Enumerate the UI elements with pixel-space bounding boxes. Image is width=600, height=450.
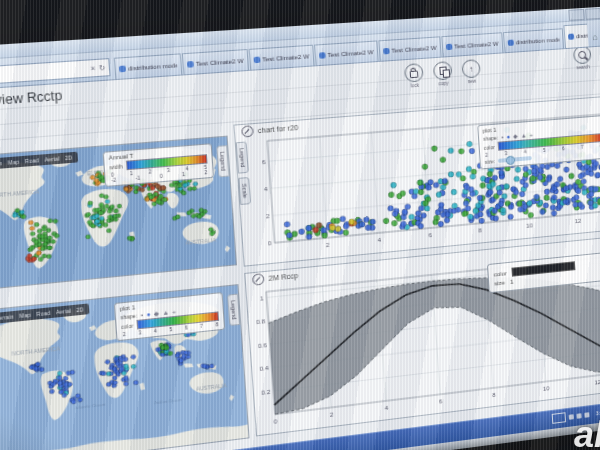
shape-option[interactable]: ▲	[162, 309, 169, 316]
tab-favicon	[568, 34, 574, 40]
no-entry-icon	[241, 125, 254, 137]
size-slider[interactable]	[498, 156, 532, 163]
tab-favicon	[446, 43, 453, 49]
svg-text:6: 6	[439, 397, 443, 404]
svg-text:0: 0	[274, 417, 279, 424]
search-button-label: search	[576, 64, 590, 70]
watermark: al	[574, 414, 600, 450]
stop-icon[interactable]: ×	[90, 64, 95, 72]
copy-button[interactable]: copy	[433, 61, 453, 87]
map-panel-1-cell: awt RCP	[0, 125, 235, 294]
svg-text:0: 0	[267, 239, 272, 246]
browser-tab[interactable]: Test Climate2 Wid...	[378, 36, 441, 61]
browser-tab[interactable]: distribution modeller	[503, 28, 564, 52]
map-style-button[interactable]: Aerial	[56, 307, 71, 315]
window-maximize-button[interactable]	[585, 7, 600, 19]
map-style-button[interactable]: Map	[19, 311, 31, 319]
shape-option[interactable]: +	[172, 308, 176, 315]
shape-option[interactable]: ●	[146, 311, 151, 318]
curve-size-label: size	[494, 279, 505, 286]
browser-tab[interactable]: distribution mode...×	[563, 24, 589, 48]
map-style-button[interactable]: Road	[25, 157, 39, 165]
map-1-legend-row-label: width	[109, 163, 123, 170]
map-panel-2[interactable]: NORTH AMERICAAUSTRALIAAtlantic OceanIndi…	[0, 284, 250, 450]
svg-text:1: 1	[260, 294, 265, 301]
panel-side-tab[interactable]: Legend	[236, 141, 249, 174]
page-toolbar-group-2: search ⌂ home	[573, 45, 600, 71]
map-panel-2-cell: mr Pw NORTH AMERICAAUSTRALIAAtlantic Oce…	[0, 274, 247, 450]
map-style-button[interactable]: 2D	[65, 154, 73, 161]
browser-tab[interactable]: Test Climate2 Wid...	[314, 40, 379, 65]
shape-option[interactable]: ▪	[140, 311, 143, 318]
map-style-button[interactable]: Terrain	[0, 160, 2, 168]
page-area: lock copy ↑ new search ⌂ home ↻ multiv	[0, 45, 600, 450]
panel-side-tab[interactable]: Scale	[238, 177, 251, 205]
lock-button[interactable]: lock	[404, 63, 424, 89]
svg-text:0.6: 0.6	[258, 341, 268, 349]
shape-option[interactable]: ▪	[501, 134, 504, 140]
panel-grid: awt RCP	[0, 92, 600, 450]
color-row-label: color	[121, 322, 134, 330]
scatter-panel: chart for r20 LegendScale ControlsFilter…	[233, 95, 600, 267]
svg-text:8: 8	[492, 391, 496, 398]
shape-option[interactable]: +	[529, 131, 533, 137]
svg-text:6: 6	[262, 158, 267, 165]
svg-text:12: 12	[575, 217, 582, 224]
shape-option[interactable]: ▲	[520, 132, 526, 138]
shape-option[interactable]: ◆	[154, 309, 160, 317]
up-arrow-icon: ↑	[461, 59, 481, 78]
shape-row-label: shape:	[120, 312, 137, 320]
svg-text:2: 2	[266, 212, 271, 219]
tab-favicon	[187, 60, 194, 67]
copy-icon	[439, 66, 447, 75]
tab-favicon	[119, 65, 126, 72]
curve-color-label: color	[493, 270, 506, 277]
svg-text:10: 10	[526, 221, 534, 228]
copy-button-label: copy	[438, 81, 448, 87]
svg-text:6: 6	[428, 231, 432, 238]
svg-text:2: 2	[330, 411, 335, 418]
network-icon[interactable]	[568, 414, 573, 420]
map-style-button[interactable]: Road	[36, 310, 50, 318]
map-1-legend-tab[interactable]: Legend	[216, 145, 229, 178]
scatter-left-tabs: LegendScale	[236, 141, 251, 205]
search-button[interactable]: search	[573, 45, 592, 70]
tab-favicon	[508, 39, 514, 45]
curve-panel: 2M Rccp MethodCurves 0246810120.20.40.60…	[244, 235, 600, 437]
svg-text:12: 12	[594, 378, 600, 385]
new-button-label: new	[468, 79, 477, 85]
ime-indicator[interactable]	[551, 412, 565, 424]
search-icon	[578, 51, 586, 59]
map-style-button[interactable]: Terrain	[0, 313, 14, 321]
no-entry-icon	[252, 273, 265, 286]
browser-tab[interactable]: Test Climate2 Wid...	[249, 45, 315, 70]
scatter-title: chart for r20	[258, 124, 299, 134]
map-panel-1[interactable]: NORTH AMERICAEUROPEAUSTRALIA TerrainMapR…	[0, 136, 237, 293]
tab-favicon	[383, 47, 390, 54]
window-minimize-button[interactable]	[568, 8, 584, 20]
curve-title: 2M Rccp	[268, 272, 298, 282]
svg-text:0.2: 0.2	[261, 387, 271, 395]
tab-favicon	[254, 56, 261, 63]
shape-option[interactable]: ●	[506, 133, 510, 139]
color-row-label: color	[484, 143, 495, 150]
map-2-legend-tab[interactable]: Legend	[227, 294, 240, 327]
map-style-button[interactable]: 2D	[76, 306, 84, 313]
svg-text:0.4: 0.4	[259, 364, 269, 372]
lock-icon	[410, 71, 419, 79]
curve-size-value: 1	[510, 279, 514, 285]
svg-text:2: 2	[326, 241, 331, 248]
shape-row-label: shape:	[483, 134, 499, 141]
svg-text:0.8: 0.8	[256, 317, 266, 325]
svg-text:4: 4	[264, 185, 269, 192]
new-button[interactable]: ↑ new	[461, 59, 481, 85]
shape-option[interactable]: ◆	[513, 132, 518, 139]
refresh-icon[interactable]: ↻	[98, 63, 105, 72]
home-icon[interactable]: ⌂	[592, 32, 598, 42]
svg-text:10: 10	[543, 384, 551, 392]
tab-favicon	[319, 52, 326, 59]
map-style-button[interactable]: Aerial	[44, 155, 59, 163]
browser-tab[interactable]: Test Climate2 Wid...	[441, 32, 503, 56]
map-style-button[interactable]: Map	[8, 158, 20, 165]
svg-text:4: 4	[385, 404, 389, 411]
